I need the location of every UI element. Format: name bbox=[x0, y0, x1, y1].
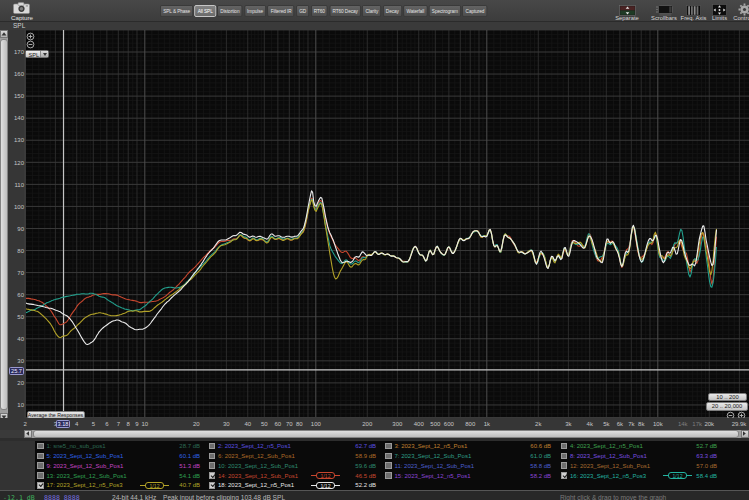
measurement-level: 59.6 dB bbox=[331, 463, 376, 470]
scroll-up-button[interactable] bbox=[0, 30, 8, 38]
measurement-name[interactable]: 4: 2023_Sept_12_n5_Pos1 bbox=[570, 443, 643, 450]
measurement-level: 40.7 dB bbox=[155, 482, 200, 489]
range-bass-button[interactable]: 10 .. 200 bbox=[708, 393, 747, 401]
measurement-checkbox[interactable] bbox=[385, 462, 392, 469]
measurement-level: 57.0 dB bbox=[672, 463, 717, 470]
measurement-checkbox[interactable] bbox=[561, 462, 568, 469]
grid-lines bbox=[26, 30, 749, 417]
tab-spectrogram[interactable]: Spectrogram bbox=[428, 5, 460, 17]
plot-area[interactable] bbox=[26, 30, 749, 417]
y-tick-label: 70 bbox=[8, 270, 24, 276]
measurement-checkbox[interactable] bbox=[385, 472, 392, 479]
legend-row: 3: 2023_Sept_12_n5_Pos160.6 dB bbox=[385, 442, 551, 451]
measurement-checkbox[interactable] bbox=[561, 472, 568, 479]
measurement-name[interactable]: 9: 2023_Sept_12_Sub_Pos1 bbox=[47, 463, 124, 470]
tab-clarity[interactable]: Clarity bbox=[362, 5, 381, 17]
y-tick-label: 100 bbox=[8, 204, 24, 210]
controls-button[interactable]: Controls bbox=[726, 2, 749, 20]
y-tick-label: 30 bbox=[8, 358, 24, 364]
measurement-level: 58.8 dB bbox=[506, 463, 551, 470]
camera-icon bbox=[13, 2, 30, 14]
measurement-checkbox[interactable] bbox=[209, 472, 216, 479]
measurement-checkbox[interactable] bbox=[209, 462, 216, 469]
measurement-level: 52.2 dB bbox=[331, 482, 376, 489]
measurement-name[interactable]: 6: 2023_Sept_12_Sub_Pos1 bbox=[218, 453, 295, 460]
capture-label: Capture bbox=[2, 14, 42, 21]
tab-waterfall[interactable]: Waterfall bbox=[403, 5, 427, 17]
graph-tabbar: SPL & PhaseAll SPLDistortionImpulseFilte… bbox=[160, 5, 488, 17]
y-zoom-in-icon[interactable] bbox=[26, 32, 35, 41]
x-tick-label: 100 bbox=[311, 421, 321, 427]
x-tick-label: 4k bbox=[587, 421, 593, 427]
measurement-checkbox[interactable] bbox=[209, 443, 216, 450]
x-tick-label: 1k bbox=[484, 421, 490, 427]
x-tick-label: 50 bbox=[261, 421, 268, 427]
measurement-checkbox[interactable] bbox=[37, 443, 44, 450]
tab-captured[interactable]: Captured bbox=[462, 5, 487, 17]
x-tick-label: 6 bbox=[105, 421, 108, 427]
tab-all-spl[interactable]: All SPL bbox=[194, 5, 215, 17]
x-tick-label: 400 bbox=[414, 421, 424, 427]
measurement-checkbox[interactable] bbox=[209, 482, 216, 489]
tab-distortion[interactable]: Distortion bbox=[217, 5, 242, 17]
legend-row: 4: 2023_Sept_12_n5_Pos152.7 dB bbox=[561, 442, 718, 451]
legend-row: 15: 2023_Sept_12_n5_Pos158.2 dB bbox=[385, 472, 551, 481]
measurement-name[interactable]: 12: 2023_Sept_12_Sub_Pos1 bbox=[570, 463, 650, 470]
tab-rt60-decay[interactable]: RT60 Decay bbox=[329, 5, 361, 17]
x-tick-label: 6k bbox=[617, 421, 623, 427]
measurement-name[interactable]: 3: 2023_Sept_12_n5_Pos1 bbox=[395, 443, 468, 450]
measurement-checkbox[interactable] bbox=[37, 472, 44, 479]
legend-row: 12: 2023_Sept_12_Sub_Pos157.0 dB bbox=[561, 462, 718, 471]
x-tick-label: 5 bbox=[92, 421, 95, 427]
measurement-checkbox[interactable] bbox=[385, 453, 392, 460]
x-tick-label: 5k bbox=[603, 421, 609, 427]
y-axis-unit-dropdown[interactable]: SPL bbox=[25, 50, 49, 59]
x-tick-label: 9 bbox=[135, 421, 138, 427]
x-tick-label: 7 bbox=[117, 421, 120, 427]
measurement-name[interactable]: 8: 2023_Sept_12_Sub_Pos1 bbox=[570, 453, 647, 460]
tab-filtered-ir[interactable]: Filtered IR bbox=[267, 5, 294, 17]
measurement-name[interactable]: 15: 2023_Sept_12_n5_Pos1 bbox=[395, 473, 471, 480]
y-tick-label: 110 bbox=[8, 182, 24, 188]
measurement-name[interactable]: 2: 2023_Sept_12_n5_Pos1 bbox=[218, 443, 291, 450]
measurement-name[interactable]: 11: 2023_Sept_12_Sub_Pos1 bbox=[395, 463, 475, 470]
tab-spl-phase[interactable]: SPL & Phase bbox=[160, 5, 193, 17]
tab-decay[interactable]: Decay bbox=[382, 5, 401, 17]
x-tick-label: 20 bbox=[193, 421, 200, 427]
y-tick-label: 160 bbox=[8, 71, 24, 77]
y-zoom-out-icon[interactable] bbox=[26, 40, 35, 49]
measurement-name[interactable]: 17: 2023_Sept_12_n5_Pos3 bbox=[47, 482, 123, 489]
measurement-name[interactable]: 10: 2023_Sept_12_Sub_Pos1 bbox=[218, 463, 298, 470]
tab-impulse[interactable]: Impulse bbox=[243, 5, 265, 17]
x-tick-label: 8 bbox=[127, 421, 130, 427]
legend-row: 5: 2023_Sept_12_Sub_Pos160.1 dB bbox=[37, 452, 200, 461]
measurement-name[interactable]: 13: 2023_Sept_12_Sub_Pos1 bbox=[47, 473, 127, 480]
measurement-name[interactable]: 1: sne5_no_sub_pos1 bbox=[47, 443, 106, 450]
measurement-level: 61.0 dB bbox=[506, 453, 551, 460]
scroll-left-button[interactable] bbox=[24, 430, 32, 438]
measurement-checkbox[interactable] bbox=[561, 443, 568, 450]
measurement-level: 58.4 dB bbox=[672, 473, 717, 480]
measurement-name[interactable]: 18: 2023_Sept_12_n5_Pos1 bbox=[218, 482, 294, 489]
measurement-checkbox[interactable] bbox=[37, 482, 44, 489]
measurement-name[interactable]: 5: 2023_Sept_12_Sub_Pos1 bbox=[47, 453, 124, 460]
measurement-name[interactable]: 14: 2023_Sept_12_Sub_Pos1 bbox=[218, 473, 298, 480]
measurement-name[interactable]: 16: 2023_Sept_12_n5_Pos3 bbox=[570, 473, 646, 480]
measurement-checkbox[interactable] bbox=[561, 453, 568, 460]
x-tick-label: 17k bbox=[692, 421, 702, 427]
measurement-level: 58.2 dB bbox=[506, 473, 551, 480]
scroll-right-button[interactable] bbox=[741, 430, 749, 438]
measurement-checkbox[interactable] bbox=[37, 462, 44, 469]
x-tick-label: 80 bbox=[296, 421, 303, 427]
status-segment: Right click & drag to move the graph bbox=[560, 494, 666, 500]
range-full-button[interactable]: 20 .. 20,000 bbox=[706, 402, 748, 410]
measurement-name[interactable]: 7: 2023_Sept_12_Sub_Pos1 bbox=[395, 453, 472, 460]
y-tick-label: 130 bbox=[8, 137, 24, 143]
tab-gd[interactable]: GD bbox=[296, 5, 309, 17]
measurement-checkbox[interactable] bbox=[37, 453, 44, 460]
measurement-checkbox[interactable] bbox=[209, 453, 216, 460]
x-tick-label: 60 bbox=[275, 421, 282, 427]
capture-button[interactable]: Capture bbox=[8, 1, 36, 21]
measurement-checkbox[interactable] bbox=[385, 443, 392, 450]
tab-rt60[interactable]: RT60 bbox=[310, 5, 327, 17]
